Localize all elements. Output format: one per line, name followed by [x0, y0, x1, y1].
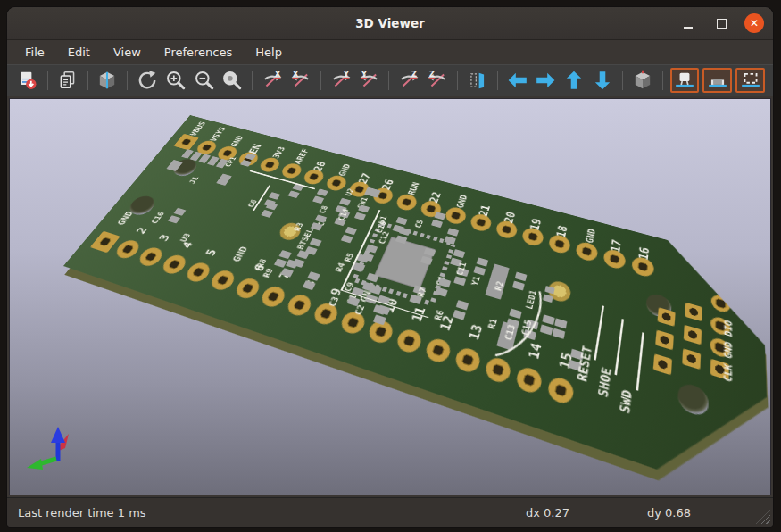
pin-label: 3V3: [271, 146, 287, 160]
header-label-shoe: SHOE: [597, 366, 614, 399]
smd-pad: [453, 249, 466, 258]
move-up-icon: [563, 70, 585, 91]
move-left-button[interactable]: [504, 68, 531, 93]
pcb-pin-pad: [90, 231, 120, 254]
svg-text:Y: Y: [342, 70, 349, 79]
pcb-pin-pad: [208, 268, 238, 292]
viewport-3d[interactable]: VBUSVSYSGNDEN3V3AREF28GND2726RUN22GND212…: [9, 98, 771, 495]
rotate-z-clockwise-button[interactable]: Z: [395, 68, 422, 93]
menu-item-edit[interactable]: Edit: [68, 46, 90, 59]
pcb-pin-pad: [423, 337, 453, 365]
silkscreen-line: [614, 319, 624, 375]
smd-pad: [274, 259, 287, 268]
show-through-hole-models-icon: [674, 70, 695, 91]
rotate-y-counterclockwise-button[interactable]: Y: [356, 68, 383, 93]
zoom-in-button[interactable]: [162, 68, 189, 93]
toolbar-separator: [252, 71, 253, 90]
header-square-pad: [657, 307, 675, 327]
usb-shield-pad: [216, 174, 232, 186]
rotate-y-clockwise-button[interactable]: Y: [328, 68, 354, 93]
pcb-pin-pad: [183, 261, 213, 285]
pin-label: VBUS: [188, 121, 207, 137]
pin-label: 3: [157, 233, 171, 242]
component-ref-c16: C16: [150, 212, 166, 225]
title-bar[interactable]: 3D Viewer ✕: [7, 7, 773, 40]
toolbar-separator: [320, 71, 321, 90]
pcb-pin-pad: [546, 375, 575, 406]
svg-text:X: X: [275, 70, 281, 79]
smd-pad: [310, 238, 322, 247]
smd-pad: [341, 235, 353, 244]
smd-pad: [447, 228, 459, 237]
move-down-icon: [592, 70, 613, 91]
pcb-pin-pad: [395, 327, 424, 354]
redraw-view-button[interactable]: [134, 68, 161, 93]
menu-item-file[interactable]: File: [25, 46, 45, 59]
rotate-y-counterclockwise-icon: Y: [359, 70, 380, 91]
toolbar-separator: [388, 71, 389, 90]
edge-connector-label: CLK GND DIO: [722, 319, 733, 383]
smd-pad: [261, 210, 273, 218]
render-engine-button[interactable]: [95, 68, 121, 93]
header-label-swd: SWD: [619, 388, 635, 415]
pcb-pin-pad: [258, 284, 288, 309]
smd-pad: [317, 188, 328, 196]
component-ref-u3: U3: [179, 233, 192, 243]
show-virtual-models-icon: [740, 70, 761, 91]
toolbar-separator: [457, 71, 458, 90]
smd-pad: [540, 324, 553, 335]
axis-gizmo: [21, 421, 79, 471]
pin-label: GND: [585, 228, 597, 245]
minimize-button[interactable]: [678, 13, 698, 33]
header-label-reset: RESET: [577, 345, 594, 383]
flip-board-button[interactable]: [464, 68, 491, 93]
smd-pad: [542, 314, 554, 325]
close-button[interactable]: ✕: [744, 13, 764, 33]
component-ref-c8: C8: [319, 205, 330, 215]
show-through-hole-models-button[interactable]: [670, 68, 700, 93]
rotate-x-counterclockwise-button[interactable]: X: [287, 68, 314, 93]
silkscreen-line: [636, 332, 644, 390]
show-smd-models-button[interactable]: [702, 68, 732, 93]
header-square-pad: [655, 330, 674, 351]
render-time-text: Last render time 1 ms: [18, 506, 146, 520]
flip-board-icon: [467, 70, 488, 91]
rotate-z-clockwise-icon: Z: [398, 70, 420, 91]
smd-pad: [431, 220, 443, 228]
orthographic-projection-button[interactable]: [629, 68, 656, 93]
copy-image-button[interactable]: [54, 68, 81, 93]
maximize-button[interactable]: [711, 13, 731, 33]
pcb-pin-pad: [233, 276, 263, 301]
reload-board-icon: [17, 70, 38, 91]
mounting-hole: [677, 381, 709, 419]
smd-pad: [399, 228, 411, 237]
pcb-pin-pad: [484, 355, 513, 386]
toolbar-separator: [47, 71, 48, 90]
rotate-z-counterclockwise-icon: Z: [427, 70, 448, 91]
reload-board-button[interactable]: [14, 68, 41, 93]
menu-item-preferences[interactable]: Preferences: [164, 46, 232, 59]
header-square-pad: [653, 353, 672, 375]
move-right-button[interactable]: [532, 68, 559, 93]
rotate-x-counterclockwise-icon: X: [290, 70, 312, 91]
pcb-pin-pad: [112, 238, 143, 261]
zoom-out-button[interactable]: [191, 68, 218, 93]
menu-item-help[interactable]: Help: [255, 46, 282, 59]
window-title: 3D Viewer: [355, 16, 425, 30]
rotate-x-clockwise-button[interactable]: X: [259, 68, 286, 93]
menu-item-view[interactable]: View: [113, 46, 141, 59]
move-down-button[interactable]: [589, 68, 616, 93]
smd-pad: [553, 328, 565, 339]
window-controls: ✕: [678, 7, 764, 39]
smd-pad: [269, 192, 280, 200]
zoom-to-fit-button[interactable]: [220, 68, 246, 93]
rotate-z-counterclockwise-button[interactable]: Z: [424, 68, 451, 93]
pin-label: AREF: [293, 148, 310, 165]
resize-grip[interactable]: [756, 510, 770, 524]
pin-label: GND: [229, 135, 245, 147]
move-up-button[interactable]: [561, 68, 587, 93]
show-virtual-models-button[interactable]: [735, 68, 765, 93]
component-ref-r9: R9: [262, 268, 275, 279]
svg-text:Z: Z: [411, 70, 417, 79]
pin-label: GND: [337, 163, 352, 177]
